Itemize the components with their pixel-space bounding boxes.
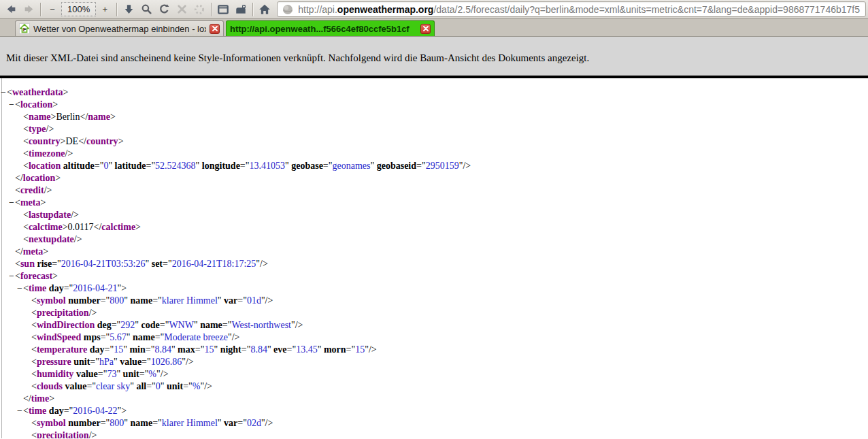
- tab-close-button[interactable]: [210, 24, 220, 34]
- xml-punctuation: <: [31, 418, 37, 428]
- xml-attribute-name: unit: [73, 357, 90, 367]
- reload-button[interactable]: [155, 1, 173, 18]
- xml-punctuation: />: [65, 148, 73, 159]
- xml-line: −<forecast>: [2, 270, 868, 282]
- xml-attribute-name: morn: [324, 344, 346, 355]
- collapse-toggle[interactable]: −: [9, 270, 14, 282]
- xml-punctuation: />: [260, 259, 268, 269]
- xml-line: <precipitation/>: [2, 429, 868, 438]
- xml-punctuation: =": [155, 332, 165, 342]
- xml-attribute-name: unit: [167, 381, 183, 391]
- url-bar[interactable]: http://api.openweathermap.org/data/2.5/f…: [277, 1, 866, 17]
- xml-punctuation: =": [86, 381, 96, 391]
- xml-attribute-value: 13.41053: [249, 161, 285, 171]
- toolbar-separator: [40, 3, 41, 16]
- xml-tag: lastupdate: [29, 210, 71, 220]
- xml-line: <country>DE</country>: [2, 135, 868, 148]
- home-button[interactable]: [256, 1, 273, 18]
- xml-attribute-name: altitude: [63, 161, 95, 171]
- globe-icon: [282, 4, 293, 15]
- xml-attribute-value: 73: [107, 369, 116, 379]
- xml-attribute-name: rise: [37, 259, 52, 269]
- xml-line: </location>: [2, 172, 868, 184]
- xml-line: <windSpeed mps="5.67" name="Moderate bre…: [2, 331, 868, 344]
- xml-punctuation: <: [31, 295, 37, 306]
- xml-punctuation: />: [74, 234, 82, 244]
- xml-punctuation: <: [31, 320, 37, 330]
- tab-loxone-forum[interactable]: F Wetter von Openweathermap einbinden - …: [15, 20, 224, 36]
- tab-close-button[interactable]: [420, 24, 431, 34]
- new-tab-button[interactable]: [232, 1, 250, 18]
- xml-punctuation: <: [23, 124, 29, 134]
- xml-attribute-value: 2016-04-21: [73, 283, 117, 293]
- xml-punctuation: =": [101, 295, 110, 306]
- tab-openweathermap-xml[interactable]: http://api.openweath...f566c4ef80ccfe5b1…: [226, 20, 435, 36]
- url-domain: openweathermap.org: [337, 4, 434, 15]
- xml-attribute-value: 2950159: [426, 161, 459, 171]
- xml-attribute-name: mps: [84, 332, 101, 342]
- zoom-in-icon: +: [99, 3, 111, 16]
- xml-line: <symbol number="800" name="klarer Himmel…: [2, 295, 868, 307]
- xml-tag: weatherdata: [12, 87, 63, 97]
- download-button[interactable]: [120, 1, 137, 18]
- search-button[interactable]: [137, 1, 155, 18]
- collapse-toggle[interactable]: −: [9, 197, 14, 209]
- xml-attribute-value: 2016-04-21T03:53:26: [61, 259, 146, 269]
- xml-line: −<weatherdata>: [2, 86, 868, 99]
- xml-punctuation: ": [285, 161, 289, 171]
- xml-punctuation: =": [64, 406, 73, 416]
- xml-punctuation: <: [31, 332, 37, 342]
- xml-punctuation: <: [23, 222, 29, 232]
- zoom-in-button[interactable]: +: [96, 1, 114, 18]
- xml-tag: meta: [23, 246, 44, 257]
- toolbar-separator: [116, 3, 117, 16]
- xml-punctuation: />: [463, 161, 471, 171]
- xml-punctuation: >: [49, 393, 54, 404]
- xml-punctuation: >: [52, 99, 58, 110]
- spinner-icon: [190, 1, 208, 18]
- xml-tag: temperature: [37, 344, 87, 355]
- window-icon: [217, 3, 229, 16]
- xml-attribute-value: %: [148, 369, 156, 379]
- page-content: −<weatherdata>−<location><name>Berlin</n…: [0, 78, 868, 438]
- xml-tag: calctime: [101, 222, 135, 232]
- xml-tag: symbol: [37, 418, 66, 428]
- xml-line: <location altitude="0" latitude="52.5243…: [2, 160, 868, 172]
- xml-attribute-value: 0: [156, 381, 161, 391]
- xml-tree: −<weatherdata>−<location><name>Berlin</n…: [1, 78, 868, 438]
- xml-punctuation: />: [295, 320, 303, 330]
- window-button[interactable]: [214, 1, 232, 18]
- xml-punctuation: =": [163, 259, 172, 269]
- xml-line: <calctime>0.0117</calctime>: [2, 221, 868, 233]
- browser-toolbar: − 100% + http://api.openweathermap.org/d…: [0, 0, 868, 19]
- forward-button[interactable]: [20, 1, 37, 18]
- xml-attribute-name: set: [152, 259, 163, 269]
- stop-button[interactable]: [173, 1, 190, 18]
- collapse-toggle[interactable]: −: [1, 86, 6, 99]
- xml-attribute-name: value: [76, 369, 98, 379]
- xml-attribute-name: eve: [273, 344, 286, 355]
- xml-punctuation: />: [161, 369, 169, 379]
- collapse-toggle[interactable]: −: [17, 405, 22, 417]
- xml-attribute-name: night: [220, 344, 241, 355]
- xml-tag: name: [88, 112, 110, 122]
- zoom-out-icon: −: [46, 3, 59, 16]
- home-icon: [258, 3, 271, 16]
- xml-punctuation: <: [23, 283, 29, 293]
- xml-attribute-name: var: [224, 418, 237, 428]
- xml-attribute-name: number: [68, 418, 100, 428]
- xml-attribute-value: hPa: [99, 357, 114, 367]
- xml-attribute-name: day: [49, 283, 64, 293]
- close-icon: [423, 26, 429, 31]
- xml-tag: calctime: [29, 222, 63, 232]
- xml-tag: pressure: [37, 357, 71, 367]
- back-button[interactable]: [2, 1, 20, 18]
- collapse-toggle[interactable]: −: [9, 99, 14, 111]
- xml-attribute-value: 01d: [247, 295, 261, 306]
- xml-punctuation: >: [121, 406, 127, 416]
- zoom-out-button[interactable]: −: [44, 1, 61, 18]
- xml-tag: credit: [20, 185, 44, 195]
- xml-tag: location: [20, 99, 52, 110]
- collapse-toggle[interactable]: −: [17, 282, 22, 295]
- xml-punctuation: =": [287, 344, 297, 355]
